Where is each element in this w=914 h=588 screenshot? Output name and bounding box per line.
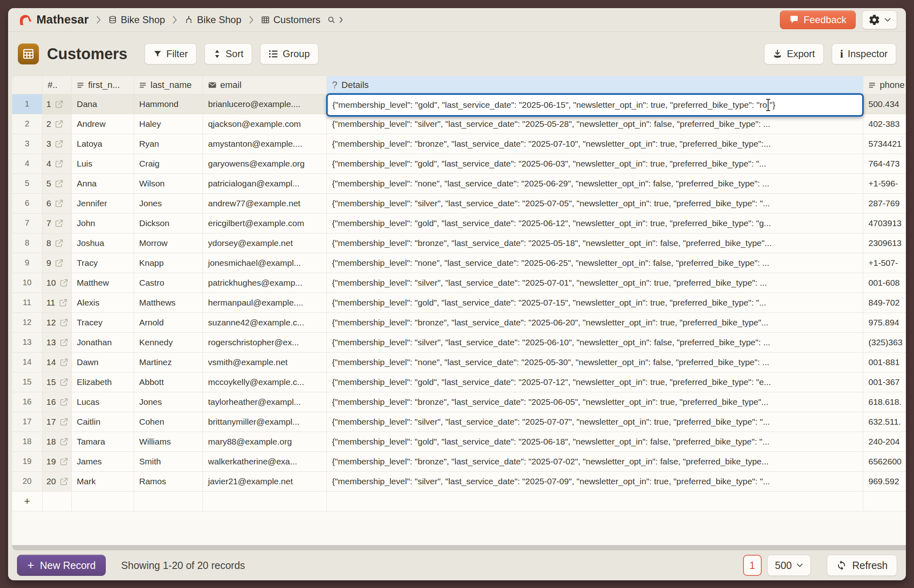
id-cell[interactable]: 18 <box>42 432 71 451</box>
last-name-cell[interactable]: Dickson <box>134 213 203 233</box>
phone-cell[interactable]: 4703913 <box>863 213 906 233</box>
id-cell[interactable]: 11 <box>42 293 71 312</box>
first-name-cell[interactable]: James <box>71 451 134 471</box>
row-number-cell[interactable]: 1 <box>12 94 42 114</box>
id-cell[interactable]: 3 <box>42 134 71 154</box>
details-cell[interactable]: {"membership_level": "silver", "last_ser… <box>327 114 863 134</box>
phone-cell[interactable]: 764-473 <box>863 154 906 173</box>
row-number-cell[interactable]: 10 <box>12 273 42 293</box>
last-name-cell[interactable]: Jones <box>134 193 203 213</box>
email-cell[interactable]: jonesmichael@exampl... <box>203 253 327 273</box>
open-record-link-icon[interactable] <box>59 477 69 486</box>
email-cell[interactable]: brittanymiller@exampl... <box>203 412 327 432</box>
row-number-cell[interactable]: 16 <box>12 392 42 412</box>
last-name-cell[interactable]: Wilson <box>134 173 203 193</box>
email-cell[interactable]: javier21@example.net <box>203 471 327 491</box>
id-cell[interactable]: 6 <box>42 193 71 213</box>
phone-cell[interactable]: 849-702 <box>863 293 906 312</box>
id-cell[interactable] <box>42 491 71 511</box>
details-cell[interactable]: {"membership_level": "bronze", "last_ser… <box>327 233 863 253</box>
phone-cell[interactable]: 240-204 <box>863 432 906 451</box>
phone-cell[interactable]: 2309613 <box>863 233 906 253</box>
row-number-cell[interactable]: 17 <box>12 412 42 432</box>
first-name-cell[interactable]: Tamara <box>71 432 134 451</box>
last-name-cell[interactable]: Craig <box>134 154 203 173</box>
column-header-last-name[interactable]: last_name <box>134 76 203 94</box>
last-name-cell[interactable]: Hammond <box>134 94 203 114</box>
phone-cell[interactable]: (325)363 <box>863 332 906 352</box>
details-cell[interactable]: {"membership_level": "bronze", "last_ser… <box>327 134 863 154</box>
first-name-cell[interactable]: Luis <box>71 154 134 173</box>
last-name-cell[interactable]: Martinez <box>134 352 203 372</box>
details-cell[interactable]: {"membership_level": "bronze", "last_ser… <box>327 451 863 471</box>
column-header-email[interactable]: email <box>203 76 327 94</box>
row-number-cell[interactable]: 11 <box>12 293 42 312</box>
brand-logo-link[interactable]: Mathesar <box>17 12 89 28</box>
email-cell[interactable]: taylorheather@exampl... <box>203 392 327 412</box>
open-record-link-icon[interactable] <box>54 238 64 248</box>
email-cell[interactable]: rogerschristopher@ex... <box>203 332 327 352</box>
first-name-cell[interactable]: Anna <box>71 173 134 193</box>
last-name-cell[interactable]: Morrow <box>134 233 203 253</box>
last-name-cell[interactable]: Matthews <box>134 293 203 312</box>
open-record-link-icon[interactable] <box>59 417 69 427</box>
row-number-cell[interactable]: 7 <box>12 213 42 233</box>
first-name-cell[interactable]: Alexis <box>71 293 134 312</box>
phone-cell[interactable]: 632.511. <box>863 412 906 432</box>
last-name-cell[interactable]: Williams <box>134 432 203 451</box>
phone-cell[interactable]: 975.894 <box>863 312 906 332</box>
open-record-link-icon[interactable] <box>59 278 69 288</box>
first-name-cell[interactable]: Dana <box>71 94 134 114</box>
settings-menu-button[interactable] <box>862 11 897 29</box>
first-name-cell[interactable] <box>71 491 134 511</box>
column-header-first-name[interactable]: first_n... <box>71 76 134 94</box>
phone-cell[interactable]: 402-383 <box>863 114 906 134</box>
first-name-cell[interactable]: Jonathan <box>71 332 134 352</box>
first-name-cell[interactable]: Jennifer <box>71 193 134 213</box>
phone-cell[interactable]: +1-507- <box>863 253 906 273</box>
phone-cell[interactable]: +1-596- <box>863 173 906 193</box>
last-name-cell[interactable]: Cohen <box>134 412 203 432</box>
row-number-cell[interactable]: 12 <box>12 312 42 332</box>
open-record-link-icon[interactable] <box>54 218 64 228</box>
breadcrumb-table[interactable]: Customers <box>261 14 320 26</box>
last-name-cell[interactable]: Arnold <box>134 312 203 332</box>
details-cell[interactable]: {"membership_level": "none", "last_servi… <box>327 253 863 273</box>
open-record-link-icon[interactable] <box>58 298 68 308</box>
email-cell[interactable]: suzanne42@example.c... <box>203 312 327 332</box>
phone-cell[interactable]: 6562600 <box>863 451 906 471</box>
id-cell[interactable]: 17 <box>42 412 71 432</box>
details-cell[interactable]: {"membership_level": "silver", "last_ser… <box>327 332 863 352</box>
column-header-phone[interactable]: phone <box>863 76 906 94</box>
breadcrumb-schema[interactable]: Bike Shop <box>184 14 241 26</box>
row-number-cell[interactable]: 18 <box>12 432 42 451</box>
details-cell[interactable]: {"membership_level": "bronze", "last_ser… <box>327 392 863 412</box>
id-cell[interactable]: 14 <box>42 352 71 372</box>
row-number-cell[interactable]: 15 <box>12 372 42 392</box>
column-header-rownum[interactable] <box>12 76 42 94</box>
cell-edit-box[interactable]: {"membership_level": "gold", "last_servi… <box>326 93 864 117</box>
last-name-cell[interactable]: Haley <box>134 114 203 134</box>
phone-cell[interactable]: 001-367 <box>863 372 906 392</box>
id-cell[interactable]: 20 <box>42 471 71 491</box>
email-cell[interactable]: garyowens@example.org <box>203 154 327 173</box>
sort-button[interactable]: Sort <box>205 43 252 64</box>
first-name-cell[interactable]: Mark <box>71 471 134 491</box>
page-number-button[interactable]: 1 <box>743 555 762 576</box>
last-name-cell[interactable]: Ramos <box>134 471 203 491</box>
id-cell[interactable]: 8 <box>42 233 71 253</box>
phone-cell[interactable]: 969.592 <box>863 471 906 491</box>
email-cell[interactable]: hermanpaul@example.... <box>203 293 327 312</box>
last-name-cell[interactable]: Jones <box>134 392 203 412</box>
row-number-cell[interactable]: 4 <box>12 154 42 173</box>
export-button[interactable]: Export <box>764 43 823 64</box>
group-button[interactable]: Group <box>260 43 318 64</box>
open-record-link-icon[interactable] <box>59 318 69 327</box>
email-cell[interactable]: amystanton@example.... <box>203 134 327 154</box>
table-switcher[interactable] <box>327 15 345 24</box>
id-cell[interactable]: 12 <box>42 312 71 332</box>
first-name-cell[interactable]: Matthew <box>71 273 134 293</box>
email-cell[interactable]: patricialogan@exampl... <box>203 173 327 193</box>
open-record-link-icon[interactable] <box>59 377 69 387</box>
id-cell[interactable]: 15 <box>42 372 71 392</box>
